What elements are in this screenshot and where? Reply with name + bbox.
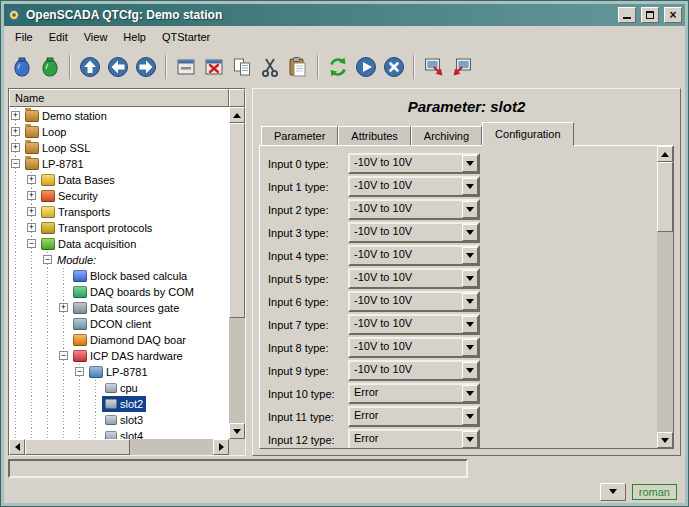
delete-item-button[interactable] [200,53,228,81]
tree-item-cpu[interactable]: cpu [9,380,229,396]
tree-item-diamond-daq-boar[interactable]: Diamond DAQ boar [9,332,229,348]
minimize-button[interactable] [618,7,636,23]
combo-dropdown-button[interactable] [462,362,478,379]
combo-dropdown-button[interactable] [462,178,478,195]
menu-help[interactable]: Help [115,28,154,46]
scroll-left-button[interactable] [9,439,25,455]
scroll-down-button[interactable] [657,432,673,448]
menu-edit[interactable]: Edit [41,28,76,46]
tree-item-loop-ssl[interactable]: +Loop SSL [9,140,229,156]
scroll-up-button[interactable] [657,146,673,162]
maximize-button[interactable] [641,7,659,23]
tree-expander[interactable]: + [11,143,20,152]
tree-expander[interactable]: + [11,111,20,120]
refresh-button[interactable] [324,53,352,81]
tree-expander[interactable]: + [27,207,36,216]
tree-hscrollbar[interactable] [9,439,229,455]
save-button[interactable] [36,53,64,81]
combo-dropdown-button[interactable] [462,293,478,310]
input-5-type-select[interactable]: -10V to 10V [348,268,480,289]
tree-item-demo-station[interactable]: +Demo station [9,108,229,124]
combo-dropdown-button[interactable] [462,339,478,356]
status-combo[interactable] [600,483,626,501]
tree-expander[interactable]: + [59,303,68,312]
combo-dropdown-button[interactable] [462,385,478,402]
forward-button[interactable] [132,53,160,81]
tree-item-slot3[interactable]: slot3 [9,412,229,428]
combo-dropdown-button[interactable] [462,247,478,264]
input-12-type-select[interactable]: Error [348,429,480,448]
scrollbar-thumb[interactable] [229,123,245,318]
input-9-type-select[interactable]: -10V to 10V [348,360,480,381]
tab-configuration[interactable]: Configuration [482,122,573,146]
input-6-type-select[interactable]: -10V to 10V [348,291,480,312]
add-item-button[interactable] [172,53,200,81]
tree-item-data-bases[interactable]: +Data Bases [9,172,229,188]
scroll-right-button[interactable] [213,439,229,455]
tree-expander[interactable]: + [27,223,36,232]
title-bar[interactable]: OpenSCADA QTCfg: Demo station × [4,4,685,26]
input-1-type-select[interactable]: -10V to 10V [348,176,480,197]
tree-item-loop[interactable]: +Loop [9,124,229,140]
input-2-type-select[interactable]: -10V to 10V [348,199,480,220]
content-vscrollbar[interactable] [657,146,673,448]
scrollbar-thumb-horizontal[interactable] [25,439,130,455]
scroll-track[interactable] [657,162,673,432]
tree-item-security[interactable]: +Security [9,188,229,204]
tree-expander[interactable]: − [59,351,68,360]
tree-expander[interactable]: + [27,191,36,200]
tab-attributes[interactable]: Attributes [338,126,410,146]
tree-item-lp-8781[interactable]: −LP-8781 [9,156,229,172]
input-3-type-select[interactable]: -10V to 10V [348,222,480,243]
cut-item-button[interactable] [256,53,284,81]
combo-dropdown-button[interactable] [462,224,478,241]
scroll-up-button[interactable] [229,107,245,123]
input-8-type-select[interactable]: -10V to 10V [348,337,480,358]
scroll-down-button[interactable] [229,423,245,439]
bottom-text-field[interactable] [8,459,468,478]
input-7-type-select[interactable]: -10V to 10V [348,314,480,335]
tree-item-transports[interactable]: +Transports [9,204,229,220]
tree-item-slot2[interactable]: slot2 [9,396,229,412]
input-4-type-select[interactable]: -10V to 10V [348,245,480,266]
tree-item-daq-boards-by-com[interactable]: DAQ boards by COM [9,284,229,300]
stop-update-button[interactable] [380,53,408,81]
tree-expander[interactable]: − [75,367,84,376]
tab-archiving[interactable]: Archiving [411,126,482,146]
combo-dropdown-button[interactable] [462,270,478,287]
import-button[interactable] [448,53,476,81]
scroll-track[interactable] [229,123,245,423]
tree-item-icp-das-hardware[interactable]: −ICP DAS hardware [9,348,229,364]
tree-item-module[interactable]: −Module: [9,252,229,268]
tree-item-transport-protocols[interactable]: +Transport protocols [9,220,229,236]
tree-item-data-acquisition[interactable]: −Data acquisition [9,236,229,252]
input-0-type-select[interactable]: -10V to 10V [348,153,480,174]
tree-expander[interactable]: + [11,127,20,136]
combo-dropdown-button[interactable] [462,155,478,172]
up-button[interactable] [76,53,104,81]
back-button[interactable] [104,53,132,81]
input-11-type-select[interactable]: Error [348,406,480,427]
tree-expander[interactable]: − [43,255,52,264]
input-10-type-select[interactable]: Error [348,383,480,404]
load-button[interactable] [8,53,36,81]
scrollbar-thumb[interactable] [657,162,673,232]
tree-item-dcon-client[interactable]: DCON client [9,316,229,332]
tree-item-data-sources-gate[interactable]: +Data sources gate [9,300,229,316]
menu-view[interactable]: View [76,28,116,46]
paste-item-button[interactable] [284,53,312,81]
menu-file[interactable]: File [7,28,41,46]
tree-expander[interactable]: − [27,239,36,248]
combo-dropdown-button[interactable] [462,316,478,333]
combo-dropdown-button[interactable] [462,408,478,425]
tree-vscrollbar[interactable] [229,107,245,439]
tree-item-lp-8781[interactable]: −LP-8781 [9,364,229,380]
menu-qtstarter[interactable]: QTStarter [154,28,218,46]
copy-item-button[interactable] [228,53,256,81]
tree-expander[interactable]: + [27,175,36,184]
tab-parameter[interactable]: Parameter [261,126,338,146]
combo-dropdown-button[interactable] [462,201,478,218]
export-button[interactable] [420,53,448,81]
start-update-button[interactable] [352,53,380,81]
tree-header[interactable]: Name [9,89,229,107]
